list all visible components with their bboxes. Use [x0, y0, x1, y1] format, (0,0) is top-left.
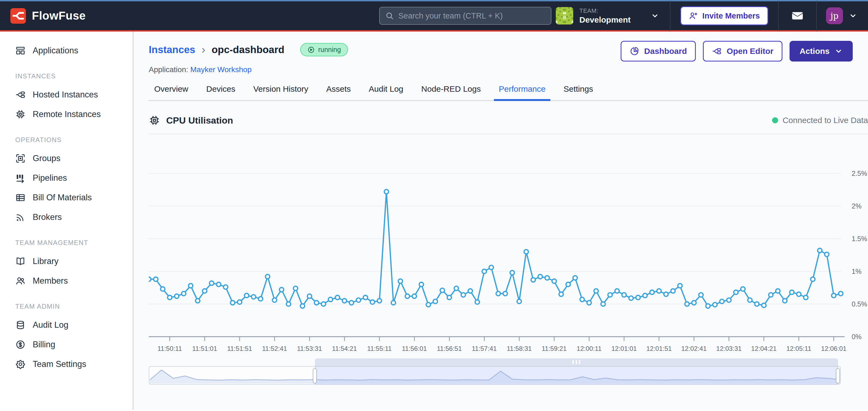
database-icon — [15, 320, 26, 330]
actions-button-label: Actions — [800, 46, 830, 56]
svg-text:11:51:01: 11:51:01 — [192, 345, 217, 352]
tab-version-history[interactable]: Version History — [253, 84, 308, 100]
tab-audit-log[interactable]: Audit Log — [369, 84, 403, 100]
brush-grip-icon — [572, 360, 574, 365]
team-avatar — [556, 7, 573, 25]
svg-text:12:00:11: 12:00:11 — [577, 345, 602, 352]
status-badge: running — [300, 43, 348, 56]
cpu-chart-svg: 11:50:1111:51:0111:51:5111:52:4111:53:31… — [149, 142, 868, 357]
sidebar-item-billing[interactable]: Billing — [0, 335, 133, 354]
brush-drag-bar[interactable] — [315, 358, 838, 366]
node-red-flow-icon — [712, 46, 722, 56]
svg-text:12:06:01: 12:06:01 — [821, 345, 846, 352]
sidebar-item-team-settings[interactable]: Team Settings — [0, 354, 133, 374]
application-link[interactable]: Mayker Workshop — [190, 65, 252, 74]
flowfuse-logo[interactable]: FlowFuse — [10, 8, 86, 24]
brand-name: FlowFuse — [32, 9, 86, 22]
dashboard-button[interactable]: Dashboard — [621, 41, 696, 62]
svg-text:1.5%: 1.5% — [851, 235, 867, 242]
svg-text:11:57:41: 11:57:41 — [472, 345, 497, 352]
cpu-chip-icon — [149, 114, 160, 126]
cpu-panel: CPU Utilisation Connected to Live Data 1… — [149, 114, 868, 385]
table-icon — [15, 193, 26, 203]
header-buttons: Dashboard Open Editor Actions — [621, 41, 853, 62]
sidebar-item-members[interactable]: Members — [0, 271, 133, 291]
tab-overview[interactable]: Overview — [154, 84, 188, 100]
groups-icon — [15, 153, 26, 164]
tab-devices[interactable]: Devices — [206, 84, 236, 100]
users-icon — [15, 276, 26, 286]
invite-members-label: Invite Members — [702, 11, 760, 21]
cpu-panel-header: CPU Utilisation Connected to Live Data — [149, 114, 868, 126]
sidebar-item-audit-log[interactable]: Audit Log — [0, 315, 133, 335]
svg-text:1%: 1% — [851, 268, 862, 275]
live-status-label: Connected to Live Data — [782, 116, 868, 125]
tab-settings[interactable]: Settings — [563, 84, 593, 100]
application-label: Application: — [149, 65, 188, 74]
flowfuse-logo-icon — [10, 8, 26, 24]
page-title: opc-dashboard — [212, 44, 284, 56]
instance-tabs: OverviewDevicesVersion HistoryAssetsAudi… — [149, 84, 868, 101]
sidebar-item-brokers[interactable]: Brokers — [0, 207, 133, 227]
search-icon — [385, 11, 394, 20]
notifications-button[interactable] — [779, 9, 816, 22]
brush-handle-right[interactable] — [836, 368, 840, 383]
tab-node-red-logs[interactable]: Node-RED Logs — [421, 84, 480, 100]
svg-text:11:59:21: 11:59:21 — [541, 345, 567, 352]
sidebar-section-heading: INSTANCES — [15, 72, 133, 80]
open-editor-button-label: Open Editor — [726, 46, 773, 56]
svg-text:11:56:51: 11:56:51 — [437, 345, 462, 352]
breadcrumb: Instances opc-dashboard running — [149, 43, 348, 56]
svg-text:11:52:41: 11:52:41 — [262, 345, 287, 352]
brush-selection[interactable] — [315, 358, 838, 385]
sidebar-item-label: Billing — [33, 340, 55, 349]
svg-text:11:53:31: 11:53:31 — [297, 345, 322, 352]
brush-handle-left[interactable] — [313, 368, 317, 383]
play-circle-icon — [307, 46, 315, 54]
chart-gridlines — [149, 173, 841, 304]
team-selector[interactable]: TEAM: Development — [545, 1, 670, 30]
applications-icon — [15, 45, 26, 56]
chart-y-labels: 0%0.5%1%1.5%2%2.5% — [851, 170, 867, 341]
svg-text:12:02:41: 12:02:41 — [681, 345, 707, 352]
open-editor-button[interactable]: Open Editor — [703, 41, 782, 62]
sidebar-item-label: Bill Of Materials — [33, 193, 92, 203]
svg-text:11:56:01: 11:56:01 — [402, 345, 427, 352]
sidebar-item-remote-instances[interactable]: Remote Instances — [0, 105, 133, 124]
tab-assets[interactable]: Assets — [326, 84, 351, 100]
cpu-series-line — [149, 192, 841, 306]
svg-text:0%: 0% — [851, 333, 862, 341]
team-label: TEAM: — [579, 7, 630, 14]
sidebar-item-label: Remote Instances — [33, 109, 101, 119]
chevron-down-icon — [835, 47, 843, 55]
svg-text:11:58:31: 11:58:31 — [507, 345, 532, 352]
sidebar-item-hosted-instances[interactable]: Hosted Instances — [0, 85, 133, 105]
search-input[interactable] — [398, 11, 546, 21]
sidebar-item-groups[interactable]: Groups — [0, 149, 133, 168]
user-menu[interactable]: jp — [817, 7, 860, 24]
sidebar-item-label: Audit Log — [33, 320, 68, 330]
breadcrumb-instances-link[interactable]: Instances — [149, 44, 195, 56]
sidebar-item-applications[interactable]: Applications — [0, 41, 133, 61]
sidebar-item-label: Library — [33, 256, 59, 266]
top-navbar: FlowFuse — [0, 1, 868, 32]
svg-text:12:01:51: 12:01:51 — [646, 345, 672, 352]
status-badge-label: running — [318, 46, 341, 54]
team-name: Development — [579, 15, 630, 25]
sidebar-item-bill-of-materials[interactable]: Bill Of Materials — [0, 188, 133, 207]
svg-text:12:03:31: 12:03:31 — [716, 345, 742, 352]
sidebar-item-library[interactable]: Library — [0, 251, 133, 271]
navbar-right: TEAM: Development Invite Members — [545, 1, 860, 30]
svg-text:12:05:11: 12:05:11 — [786, 345, 811, 352]
invite-members-button[interactable]: Invite Members — [680, 6, 768, 25]
sidebar-item-pipelines[interactable]: Pipelines — [0, 168, 133, 188]
pie-chart-icon — [630, 46, 640, 56]
pipelines-icon — [15, 173, 26, 183]
gear-icon — [15, 359, 26, 369]
tab-performance[interactable]: Performance — [499, 84, 546, 100]
mail-icon — [791, 9, 804, 22]
svg-text:12:04:21: 12:04:21 — [751, 345, 776, 352]
actions-button[interactable]: Actions — [789, 41, 853, 62]
cpu-panel-title: CPU Utilisation — [149, 114, 233, 126]
sidebar-section-heading: OPERATIONS — [15, 136, 133, 144]
